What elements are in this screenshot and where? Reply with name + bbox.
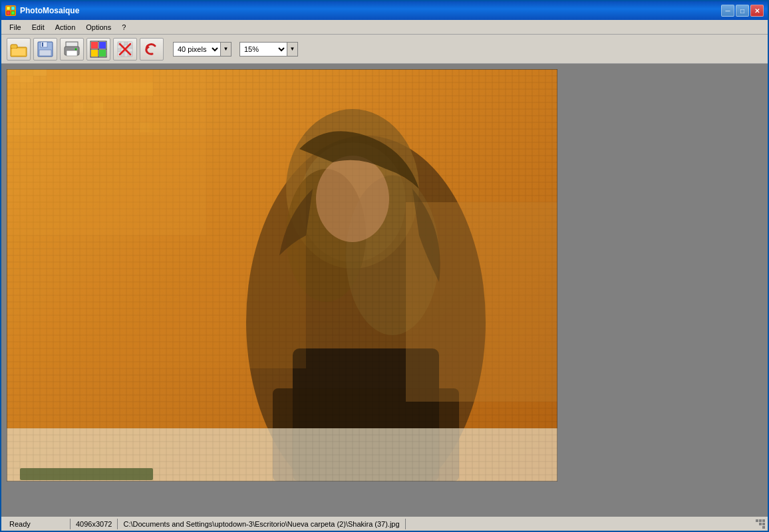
main-content	[1, 64, 768, 516]
zoom-dropdown[interactable]: 5% 10% 15% 20% 25% 50% 100% ▼	[239, 42, 298, 57]
undo-button[interactable]	[140, 38, 164, 61]
open-button[interactable]	[7, 38, 31, 61]
stop-button[interactable]	[113, 38, 137, 61]
pixel-size-arrow: ▼	[220, 43, 231, 56]
zoom-arrow: ▼	[287, 43, 297, 56]
zoom-select[interactable]: 5% 10% 15% 20% 25% 50% 100%	[240, 43, 287, 56]
canvas-area	[7, 69, 557, 481]
undo-icon	[143, 41, 160, 58]
svg-rect-67	[83, 102, 93, 112]
save-button[interactable]	[33, 38, 57, 61]
window-title: PhotoMosaique	[20, 6, 721, 15]
statusbar: Ready 4096x3072 C:\Documents and Setting…	[1, 516, 768, 531]
svg-rect-16	[99, 42, 106, 49]
maximize-button[interactable]: □	[736, 5, 749, 17]
svg-rect-13	[67, 51, 77, 56]
svg-rect-8	[41, 42, 47, 47]
menubar: File Edit Action Options ?	[1, 20, 768, 35]
svg-rect-69	[140, 122, 150, 132]
svg-rect-6	[12, 49, 25, 55]
svg-rect-37	[124, 52, 128, 57]
svg-rect-68	[93, 102, 103, 112]
svg-rect-31	[118, 49, 121, 52]
mosaic-image	[7, 69, 557, 481]
toolbar: 10 pixels 20 pixels 30 pixels 40 pixels …	[1, 35, 768, 64]
app-window: PhotoMosaique ─ □ ✕ File Edit Action Opt…	[0, 0, 769, 532]
svg-rect-5	[11, 45, 17, 49]
save-icon	[37, 41, 54, 58]
svg-point-65	[316, 156, 389, 242]
color-palette-icon	[90, 41, 107, 58]
menu-edit[interactable]: Edit	[27, 22, 50, 33]
close-button[interactable]: ✕	[750, 5, 764, 17]
titlebar: PhotoMosaique ─ □ ✕	[1, 1, 768, 20]
status-ready: Ready	[4, 519, 71, 529]
print-button[interactable]	[60, 38, 84, 61]
menu-help[interactable]: ?	[116, 22, 131, 33]
menu-file[interactable]: File	[4, 22, 27, 33]
svg-rect-66	[73, 102, 83, 112]
svg-rect-2	[7, 11, 10, 15]
open-icon	[9, 41, 28, 58]
svg-rect-70	[150, 122, 160, 132]
menu-options[interactable]: Options	[80, 22, 116, 33]
svg-rect-18	[99, 50, 106, 57]
svg-rect-10	[42, 43, 43, 47]
resize-grip[interactable]	[756, 519, 765, 529]
svg-point-14	[75, 48, 77, 50]
stop-icon	[116, 41, 134, 58]
svg-rect-61	[20, 468, 153, 480]
status-filepath: C:\Documents and Settings\uptodown-3\Esc…	[118, 519, 405, 529]
minimize-button[interactable]: ─	[721, 5, 734, 17]
svg-rect-3	[11, 11, 15, 15]
svg-rect-17	[91, 50, 98, 57]
status-dimensions: 4096x3072	[71, 519, 118, 529]
menu-action[interactable]: Action	[50, 22, 81, 33]
print-icon	[63, 41, 80, 58]
color-palette-button[interactable]	[86, 38, 110, 61]
svg-rect-15	[91, 42, 98, 49]
app-icon	[5, 5, 16, 16]
svg-rect-9	[39, 50, 51, 56]
svg-rect-63	[7, 136, 306, 368]
svg-rect-25	[124, 42, 128, 45]
svg-rect-34	[128, 49, 132, 52]
pixel-size-dropdown[interactable]: 10 pixels 20 pixels 30 pixels 40 pixels …	[173, 42, 231, 57]
svg-rect-1	[11, 7, 15, 10]
pixel-size-select[interactable]: 10 pixels 20 pixels 30 pixels 40 pixels …	[174, 43, 220, 56]
svg-rect-0	[7, 7, 10, 10]
window-controls: ─ □ ✕	[721, 5, 764, 17]
